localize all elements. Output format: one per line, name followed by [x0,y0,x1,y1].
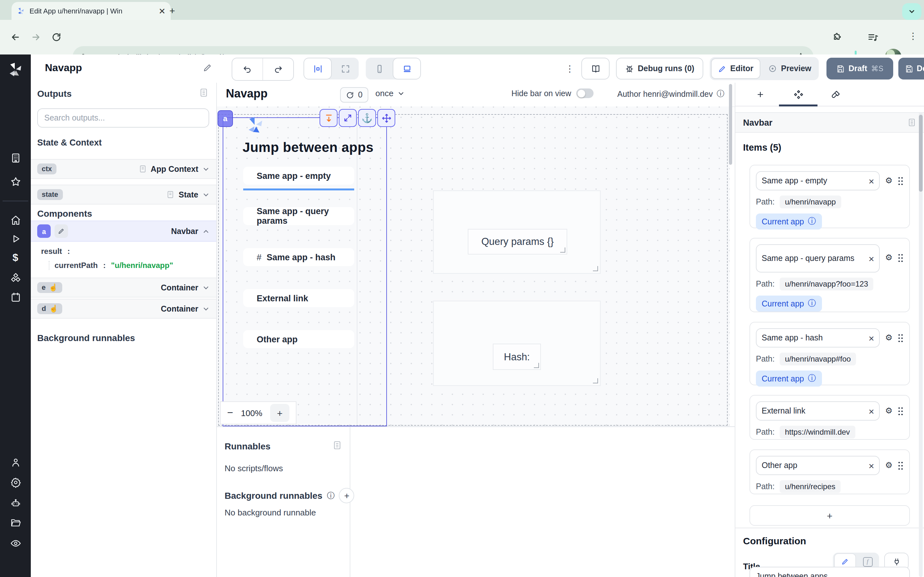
component-row-container-d[interactable]: d☝ Container [31,299,216,319]
docs-button[interactable] [582,58,610,79]
resize-handle[interactable] [593,266,598,271]
panel-doc-icon[interactable] [907,118,916,127]
chevron-down-icon[interactable] [202,165,210,173]
edit-app-name-icon[interactable] [203,63,212,73]
panel-doc-icon[interactable] [199,88,208,97]
sidebar-item-runs[interactable] [0,234,31,244]
nav-item-other-app[interactable]: Other app [243,330,354,348]
forward-button[interactable] [31,32,41,42]
query-params-text-box[interactable]: Query params {} [468,229,567,255]
media-controls-icon[interactable] [867,32,879,43]
mobile-view-button[interactable] [366,58,393,79]
nav-item-hash[interactable]: #Same app - hash [243,248,354,266]
tab-insert-component[interactable]: + [746,87,774,103]
editor-tab[interactable]: Editor [711,58,760,79]
nav-item-query-params[interactable]: Same app - query params [243,207,354,225]
fixed-width-button[interactable] [304,58,332,79]
reload-button[interactable] [51,32,61,42]
rename-component-icon[interactable] [55,224,68,238]
deploy-button[interactable]: Deploy [898,58,924,79]
sidebar-item-schedules[interactable] [0,292,31,303]
component-d-badge[interactable]: d☝ [37,303,63,314]
item-label-input[interactable]: Same app - query params × [756,244,880,272]
browser-menu-icon[interactable]: ⋮ [909,31,918,41]
item-settings-icon[interactable]: ⚙ [885,253,893,262]
item-settings-icon[interactable]: ⚙ [885,176,893,185]
item-settings-icon[interactable]: ⚙ [885,406,893,416]
nav-item-same-app-empty[interactable]: Same app - empty [243,167,354,185]
add-background-runnable-button[interactable]: + [339,488,355,503]
extensions-icon[interactable] [832,32,843,42]
windmill-logo-icon[interactable] [0,62,31,77]
query-params-container[interactable]: Query params {} [433,190,601,274]
redo-button[interactable] [262,58,293,80]
component-row-container-e[interactable]: e☝ Container [31,277,216,298]
drag-handle-icon[interactable] [898,406,903,416]
refresh-counter[interactable]: 0 [340,87,368,103]
clear-label-icon[interactable]: × [869,253,874,263]
browser-tab[interactable]: Edit App u/henri/navapp | Win ✕ [11,2,171,20]
component-row-navbar[interactable]: a Navbar [31,221,216,242]
item-path[interactable]: u/henri/navapp?foo=123 [780,277,873,290]
ctx-badge[interactable]: ctx [37,163,57,174]
undo-button[interactable] [232,58,262,80]
doc-icon[interactable] [138,165,147,173]
item-settings-icon[interactable]: ⚙ [885,460,893,470]
sidebar-item-resources[interactable] [0,272,31,284]
expand-component-button[interactable] [339,109,357,127]
full-width-button[interactable] [332,58,359,79]
fill-height-button[interactable] [320,109,338,127]
sidebar-item-users[interactable] [0,457,31,468]
sidebar-item-workers[interactable] [0,498,31,509]
sidebar-item-home[interactable] [0,215,31,226]
tab-styling[interactable] [821,87,850,103]
nav-item-external-link[interactable]: External link [243,289,354,307]
debug-runs-button[interactable]: Debug runs (0) [616,58,703,79]
zoom-out-button[interactable]: − [227,407,233,419]
info-icon[interactable]: ⓘ [808,216,816,227]
zoom-in-button[interactable]: + [270,404,289,422]
clear-label-icon[interactable]: × [869,406,874,416]
sidebar-item-settings[interactable] [0,477,31,488]
sidebar-item-workspace[interactable] [0,153,31,163]
result-key-row[interactable]: result : [41,247,173,256]
add-navbar-item-button[interactable]: + [750,505,910,526]
item-label-input[interactable]: Same app - empty × [756,171,880,190]
item-settings-icon[interactable]: ⚙ [885,333,893,342]
current-path-row[interactable]: currentPath : "u/henri/navapp" [49,261,173,270]
more-options-icon[interactable]: ⋮ [565,63,574,74]
sidebar-item-variables[interactable]: $ [0,252,31,263]
info-icon[interactable]: ⓘ [327,490,334,501]
item-label-input[interactable]: Other app × [756,456,880,475]
drag-handle-icon[interactable] [898,461,903,470]
output-row-state[interactable]: state State [31,185,216,205]
chevron-down-icon[interactable] [202,191,210,198]
info-icon[interactable]: ⓘ [808,298,816,309]
run-mode-select[interactable]: once [375,89,405,98]
item-path[interactable]: u/henri/navapp#foo [780,353,856,366]
back-button[interactable] [10,32,21,42]
component-e-badge[interactable]: e☝ [37,282,62,293]
app-canvas[interactable]: a ⚓ Jump between apps Same app - empty S… [217,106,730,426]
item-label-input[interactable]: External link × [756,401,880,421]
resize-handle[interactable] [593,378,598,384]
panel-doc-icon[interactable] [333,440,342,450]
drag-handle-icon[interactable] [898,253,903,262]
sidebar-item-audit-logs[interactable] [0,538,31,549]
canvas-scrollbar[interactable] [729,84,732,165]
new-tab-button[interactable]: + [170,5,175,16]
hash-container[interactable]: Hash: [433,301,601,386]
state-badge[interactable]: state [37,189,63,200]
item-label-input[interactable]: Same app - hash × [756,328,880,348]
hide-bar-toggle[interactable] [576,89,594,98]
item-path[interactable]: u/henri/recipes [780,480,840,493]
tab-component-settings[interactable] [784,87,813,103]
search-outputs-input[interactable] [37,108,209,127]
title-value-input[interactable] [750,567,910,577]
drag-handle-icon[interactable] [898,176,903,185]
move-component-button[interactable] [377,109,395,127]
component-a-badge[interactable]: a [37,224,51,238]
settings-scrollbar-thumb[interactable] [919,115,923,192]
tab-search-button[interactable] [902,3,921,20]
resize-handle[interactable] [534,363,539,368]
